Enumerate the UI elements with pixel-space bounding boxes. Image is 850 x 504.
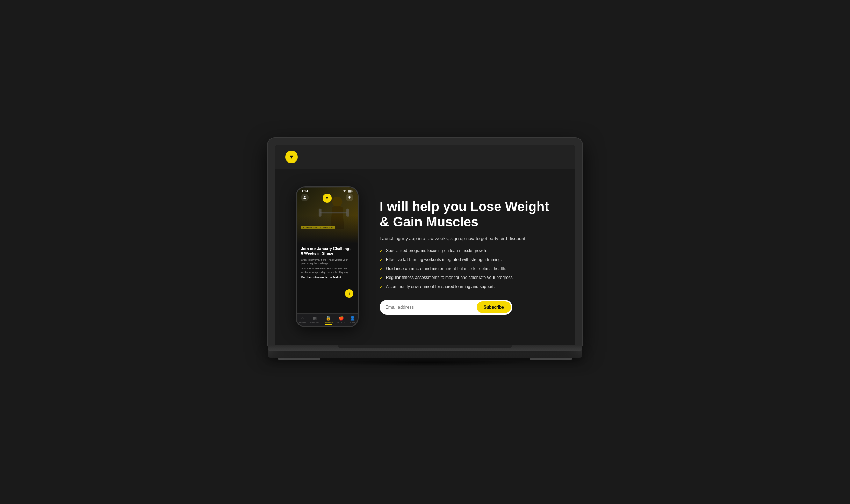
phone-our-launch: Our Launch event is on 2nd of [301,276,353,279]
feature-item-4: ✓ Regular fitness assessments to monitor… [380,275,554,281]
wifi-icon [343,190,347,193]
feature-item-1: ✓ Specialized programs focusing on lean … [380,248,554,254]
battery-icon [348,190,353,193]
site-main: 1:14 [275,169,575,345]
phone-content: Join our January Challenge: 6 Weeks in S… [297,243,358,282]
phone-status-bar: 1:14 [297,187,358,194]
subscribe-button[interactable]: Subscribe [477,301,511,313]
feature-item-2: ✓ Effective fat-burning workouts integra… [380,257,554,263]
laptop-bottom [268,345,582,351]
phone-nav-challenge-label: Challenge [324,321,333,323]
scene: ▼ 1:14 [268,138,582,366]
check-icon-5: ✓ [380,284,383,290]
phone-hero-overlay [297,215,358,243]
phone-nav-programs-icon: ▦ [313,316,317,321]
phone-nav-challenge[interactable]: 🔒 Challenge [324,316,333,325]
phone-nav-profile-icon: 👤 [350,316,355,321]
phone-nav-profile-label: Profile [350,321,355,323]
phone-nav-nutrition-label: Nutrition [337,321,345,323]
phone-goals-text: Our goals is to reach as much bodyfat in… [301,267,353,274]
phone-nav-programs-label: Programs [310,321,319,323]
check-icon-1: ✓ [380,248,383,254]
laptop-hinge [338,345,512,348]
site-headline: I will help you Lose Weight & Gain Muscl… [380,199,554,230]
feature-item-3: ✓ Guidance on macro and micronutrient ba… [380,266,554,272]
laptop-feet [268,358,582,360]
phone-welcome-text: Great to have you here! Thank you for yo… [301,258,353,266]
phone-nav-agenda-icon: ⌂ [301,316,304,321]
phone-nav-programs[interactable]: ▦ Programs [310,316,319,325]
phone-top-icons: ▼ [297,194,358,203]
laptop-base [268,351,582,358]
phone-user-icon [301,194,309,201]
website: ▼ 1:14 [275,145,575,345]
site-logo: ▼ [285,151,298,163]
phone-nav-agenda-label: Agenda [299,321,306,323]
feature-text-3: Guidance on macro and micronutrient bala… [386,266,506,272]
site-subtitle: Launching my app in a few weeks, sign up… [380,235,554,242]
feature-text-2: Effective fat-burning workouts integrate… [386,257,502,263]
feature-text-4: Regular fitness assessments to monitor a… [386,275,514,281]
site-content: I will help you Lose Weight & Gain Muscl… [380,199,554,315]
logo-icon: ▼ [289,154,294,160]
svg-rect-5 [320,212,347,213]
laptop-foot-left [278,358,320,360]
phone-status-icons [343,190,353,193]
phone-logo-center: ▼ [323,194,332,203]
phone-nav-nutrition[interactable]: 🍎 Nutrition [337,316,345,325]
phone-nav-challenge-icon: 🔒 [326,316,331,321]
svg-rect-9 [349,198,350,199]
feature-text-5: A community environment for shared learn… [386,284,495,290]
site-navbar: ▼ [275,145,575,169]
feature-text-1: Specialized programs focusing on lean mu… [386,248,487,254]
phone-bell-icon [346,194,353,201]
laptop-screen-outer: ▼ 1:14 [268,138,582,345]
phone-screen: ▼ STARTING 2ND OF JANUARY! [297,187,358,313]
laptop-foot-right [530,358,572,360]
laptop-screen-bezel: ▼ 1:14 [275,145,575,345]
svg-rect-2 [352,191,353,192]
phone-nav-profile[interactable]: 👤 Profile [350,316,355,325]
phone-nav-challenge-indicator [325,324,332,325]
phone-nav-nutrition-icon: 🍎 [339,316,344,321]
check-icon-3: ✓ [380,266,383,272]
phone-mockup: 1:14 [296,186,359,327]
feature-list: ✓ Specialized programs focusing on lean … [380,248,554,290]
check-icon-4: ✓ [380,275,383,281]
check-icon-2: ✓ [380,257,383,263]
svg-rect-1 [348,190,351,192]
email-input[interactable] [385,302,477,312]
phone-fab-button[interactable]: + [345,289,353,298]
subscribe-form: Subscribe [380,300,512,315]
phone-hero-image: ▼ STARTING 2ND OF JANUARY! [297,187,358,243]
phone-nav-bar: ⌂ Agenda ▦ Programs 🔒 Challenge [297,313,358,326]
feature-item-5: ✓ A community environment for shared lea… [380,284,554,290]
svg-point-8 [304,196,306,198]
phone-challenge-title: Join our January Challenge: 6 Weeks in S… [301,246,353,256]
phone-time: 1:14 [302,189,308,193]
laptop: ▼ 1:14 [268,138,582,360]
phone-nav-agenda[interactable]: ⌂ Agenda [299,316,306,325]
